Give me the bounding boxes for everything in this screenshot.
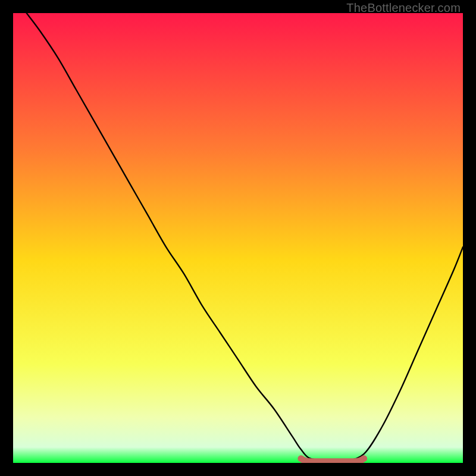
- gradient-background: [13, 13, 463, 463]
- valley-marker: [301, 459, 364, 462]
- chart-frame: [13, 13, 463, 463]
- bottleneck-chart: [13, 13, 463, 463]
